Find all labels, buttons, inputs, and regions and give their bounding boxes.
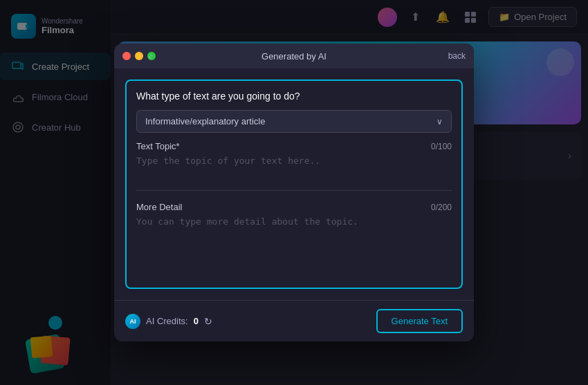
text-topic-header: Text Topic* 0/100 — [136, 141, 452, 151]
back-text-button[interactable]: back — [448, 51, 466, 61]
text-topic-label: Text Topic* — [136, 141, 180, 151]
modal-title: Generated by AI — [122, 51, 466, 62]
more-detail-counter: 0/200 — [431, 203, 452, 212]
text-topic-field: Text Topic* 0/100 — [136, 141, 452, 179]
more-detail-field: More Detail 0/200 — [136, 202, 452, 278]
more-detail-label: More Detail — [136, 202, 182, 212]
generate-text-button[interactable]: Generate Text — [376, 309, 463, 333]
dropdown-chevron-icon: ∨ — [437, 117, 443, 126]
more-detail-input[interactable] — [136, 216, 452, 268]
modal-overlay: ‹ Generated by AI back What type of text… — [0, 0, 588, 385]
more-detail-header: More Detail 0/200 — [136, 202, 452, 212]
dropdown-selected-value: Informative/explanatory article — [145, 116, 265, 126]
modal-footer: AI AI Credits: 0 ↻ Generate Text — [114, 300, 474, 341]
ai-credits-label: AI Credits: — [146, 316, 188, 326]
credits-value: 0 — [194, 316, 199, 326]
modal-titlebar: ‹ Generated by AI back — [114, 44, 474, 68]
ai-avatar-icon: AI — [125, 314, 140, 329]
modal-dialog: ‹ Generated by AI back What type of text… — [114, 44, 474, 341]
minimize-button[interactable] — [135, 52, 143, 60]
form-section: What type of text are you going to do? I… — [125, 79, 463, 289]
field-divider — [136, 190, 452, 191]
text-type-dropdown[interactable]: Informative/explanatory article ∨ — [136, 110, 452, 133]
text-topic-input[interactable] — [136, 156, 452, 176]
refresh-credits-icon[interactable]: ↻ — [204, 316, 212, 327]
text-topic-counter: 0/100 — [431, 142, 452, 151]
modal-body: What type of text are you going to do? I… — [114, 68, 474, 300]
close-button[interactable] — [122, 52, 131, 60]
form-question: What type of text are you going to do? — [136, 91, 452, 102]
ai-credits-area: AI AI Credits: 0 ↻ — [125, 314, 212, 329]
back-chevron-button[interactable]: ‹ — [149, 50, 152, 62]
